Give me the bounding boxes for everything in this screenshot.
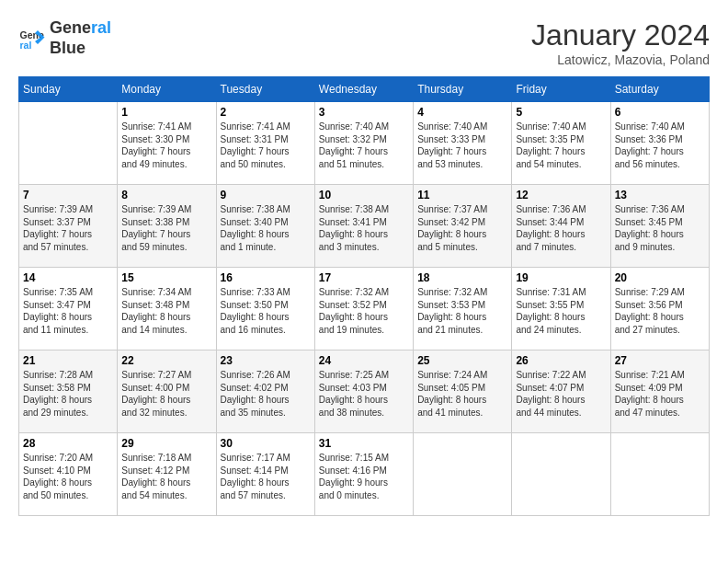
cell-content: Sunrise: 7:34 AMSunset: 3:48 PMDaylight:…	[121, 286, 211, 336]
cell-content: Sunrise: 7:24 AMSunset: 4:05 PMDaylight:…	[417, 369, 507, 419]
calendar-cell: 11Sunrise: 7:37 AMSunset: 3:42 PMDayligh…	[414, 185, 512, 268]
day-number: 13	[615, 189, 705, 201]
day-number: 16	[221, 271, 311, 284]
calendar-cell	[610, 433, 709, 516]
calendar-cell: 21Sunrise: 7:28 AMSunset: 3:58 PMDayligh…	[19, 350, 118, 433]
day-number: 20	[615, 271, 705, 284]
calendar-cell: 3Sunrise: 7:40 AMSunset: 3:32 PMDaylight…	[314, 102, 413, 185]
calendar-cell: 19Sunrise: 7:31 AMSunset: 3:55 PMDayligh…	[512, 268, 610, 350]
location-subtitle: Latowicz, Mazovia, Poland	[531, 52, 710, 67]
calendar-cell	[19, 102, 118, 185]
calendar-cell: 13Sunrise: 7:36 AMSunset: 3:45 PMDayligh…	[610, 185, 709, 268]
calendar-cell: 28Sunrise: 7:20 AMSunset: 4:10 PMDayligh…	[19, 433, 118, 516]
page-header: Gene ral GeneralBlue January 2024 Latowi…	[18, 18, 710, 67]
cell-content: Sunrise: 7:41 AMSunset: 3:30 PMDaylight:…	[121, 121, 211, 170]
week-row-0: 1Sunrise: 7:41 AMSunset: 3:30 PMDaylight…	[19, 102, 710, 185]
cell-content: Sunrise: 7:37 AMSunset: 3:42 PMDaylight:…	[417, 203, 507, 253]
day-number: 23	[221, 354, 311, 367]
cell-content: Sunrise: 7:40 AMSunset: 3:32 PMDaylight:…	[319, 121, 409, 170]
calendar-cell: 16Sunrise: 7:33 AMSunset: 3:50 PMDayligh…	[216, 268, 314, 350]
calendar-cell: 27Sunrise: 7:21 AMSunset: 4:09 PMDayligh…	[610, 350, 709, 433]
calendar-cell: 18Sunrise: 7:32 AMSunset: 3:53 PMDayligh…	[414, 268, 512, 350]
day-number: 9	[221, 189, 311, 201]
day-number: 11	[417, 189, 507, 201]
cell-content: Sunrise: 7:15 AMSunset: 4:16 PMDaylight:…	[319, 452, 409, 501]
cell-content: Sunrise: 7:21 AMSunset: 4:09 PMDaylight:…	[615, 369, 705, 419]
calendar-cell: 25Sunrise: 7:24 AMSunset: 4:05 PMDayligh…	[414, 350, 512, 433]
day-number: 31	[319, 437, 409, 450]
logo-icon: Gene ral	[18, 25, 46, 52]
calendar-cell	[512, 433, 610, 516]
calendar-cell: 22Sunrise: 7:27 AMSunset: 4:00 PMDayligh…	[118, 350, 216, 433]
title-block: January 2024 Latowicz, Mazovia, Poland	[531, 18, 710, 67]
day-number: 26	[516, 354, 606, 367]
calendar-cell: 8Sunrise: 7:39 AMSunset: 3:38 PMDaylight…	[118, 185, 216, 268]
day-number: 30	[221, 437, 311, 450]
day-number: 5	[516, 106, 606, 119]
cell-content: Sunrise: 7:36 AMSunset: 3:45 PMDaylight:…	[615, 203, 705, 253]
calendar-cell: 30Sunrise: 7:17 AMSunset: 4:14 PMDayligh…	[216, 433, 314, 516]
calendar-cell: 2Sunrise: 7:41 AMSunset: 3:31 PMDaylight…	[216, 102, 314, 185]
calendar-cell	[414, 433, 512, 516]
calendar-cell: 14Sunrise: 7:35 AMSunset: 3:47 PMDayligh…	[19, 268, 118, 350]
col-header-saturday: Saturday	[610, 77, 709, 102]
cell-content: Sunrise: 7:40 AMSunset: 3:33 PMDaylight:…	[417, 121, 507, 170]
cell-content: Sunrise: 7:22 AMSunset: 4:07 PMDaylight:…	[516, 369, 606, 419]
calendar-cell: 9Sunrise: 7:38 AMSunset: 3:40 PMDaylight…	[216, 185, 314, 268]
cell-content: Sunrise: 7:41 AMSunset: 3:31 PMDaylight:…	[221, 121, 311, 170]
calendar-cell: 23Sunrise: 7:26 AMSunset: 4:02 PMDayligh…	[216, 350, 314, 433]
day-number: 10	[319, 189, 409, 201]
cell-content: Sunrise: 7:20 AMSunset: 4:10 PMDaylight:…	[23, 452, 113, 501]
cell-content: Sunrise: 7:27 AMSunset: 4:00 PMDaylight:…	[121, 369, 211, 419]
calendar-cell: 15Sunrise: 7:34 AMSunset: 3:48 PMDayligh…	[118, 268, 216, 350]
calendar-cell: 6Sunrise: 7:40 AMSunset: 3:36 PMDaylight…	[610, 102, 709, 185]
cell-content: Sunrise: 7:32 AMSunset: 3:53 PMDaylight:…	[417, 286, 507, 336]
col-header-tuesday: Tuesday	[216, 77, 314, 102]
day-number: 21	[23, 354, 113, 367]
day-number: 15	[121, 271, 211, 284]
svg-text:ral: ral	[20, 39, 32, 50]
cell-content: Sunrise: 7:33 AMSunset: 3:50 PMDaylight:…	[221, 286, 311, 336]
calendar-cell: 31Sunrise: 7:15 AMSunset: 4:16 PMDayligh…	[314, 433, 413, 516]
day-number: 6	[615, 106, 705, 119]
col-header-friday: Friday	[512, 77, 610, 102]
cell-content: Sunrise: 7:39 AMSunset: 3:37 PMDaylight:…	[23, 203, 113, 253]
week-row-4: 28Sunrise: 7:20 AMSunset: 4:10 PMDayligh…	[19, 433, 710, 516]
day-number: 29	[121, 437, 211, 450]
calendar-cell: 12Sunrise: 7:36 AMSunset: 3:44 PMDayligh…	[512, 185, 610, 268]
cell-content: Sunrise: 7:39 AMSunset: 3:38 PMDaylight:…	[121, 203, 211, 253]
cell-content: Sunrise: 7:35 AMSunset: 3:47 PMDaylight:…	[23, 286, 113, 336]
logo-text: GeneralBlue	[50, 18, 111, 58]
cell-content: Sunrise: 7:26 AMSunset: 4:02 PMDaylight:…	[221, 369, 311, 419]
day-number: 7	[23, 189, 113, 201]
day-number: 12	[516, 189, 606, 201]
day-number: 25	[417, 354, 507, 367]
day-number: 22	[121, 354, 211, 367]
day-number: 4	[417, 106, 507, 119]
calendar-cell: 1Sunrise: 7:41 AMSunset: 3:30 PMDaylight…	[118, 102, 216, 185]
calendar-table: SundayMondayTuesdayWednesdayThursdayFrid…	[18, 76, 710, 516]
cell-content: Sunrise: 7:17 AMSunset: 4:14 PMDaylight:…	[221, 452, 311, 501]
week-row-1: 7Sunrise: 7:39 AMSunset: 3:37 PMDaylight…	[19, 185, 710, 268]
day-number: 2	[221, 106, 311, 119]
calendar-cell: 29Sunrise: 7:18 AMSunset: 4:12 PMDayligh…	[118, 433, 216, 516]
cell-content: Sunrise: 7:18 AMSunset: 4:12 PMDaylight:…	[121, 452, 211, 501]
day-number: 3	[319, 106, 409, 119]
cell-content: Sunrise: 7:40 AMSunset: 3:35 PMDaylight:…	[516, 121, 606, 170]
day-number: 27	[615, 354, 705, 367]
day-number: 14	[23, 271, 113, 284]
calendar-cell: 4Sunrise: 7:40 AMSunset: 3:33 PMDaylight…	[414, 102, 512, 185]
cell-content: Sunrise: 7:28 AMSunset: 3:58 PMDaylight:…	[23, 369, 113, 419]
month-title: January 2024	[531, 18, 710, 52]
calendar-cell: 24Sunrise: 7:25 AMSunset: 4:03 PMDayligh…	[314, 350, 413, 433]
day-number: 19	[516, 271, 606, 284]
day-number: 24	[319, 354, 409, 367]
day-number: 1	[121, 106, 211, 119]
cell-content: Sunrise: 7:29 AMSunset: 3:56 PMDaylight:…	[615, 286, 705, 336]
cell-content: Sunrise: 7:38 AMSunset: 3:41 PMDaylight:…	[319, 203, 409, 253]
cell-content: Sunrise: 7:32 AMSunset: 3:52 PMDaylight:…	[319, 286, 409, 336]
cell-content: Sunrise: 7:38 AMSunset: 3:40 PMDaylight:…	[221, 203, 311, 253]
calendar-cell: 17Sunrise: 7:32 AMSunset: 3:52 PMDayligh…	[314, 268, 413, 350]
col-header-wednesday: Wednesday	[314, 77, 413, 102]
calendar-cell: 5Sunrise: 7:40 AMSunset: 3:35 PMDaylight…	[512, 102, 610, 185]
